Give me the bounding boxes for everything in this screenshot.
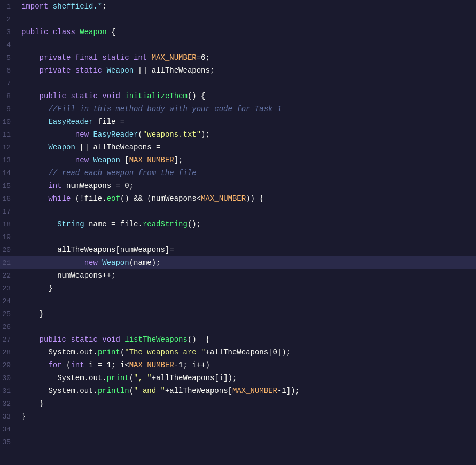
token-plain: [62, 182, 66, 190]
line-content: new Weapon [MAX_NUMBER];: [19, 154, 476, 167]
token-kw: int: [71, 361, 84, 369]
token-plain: () && (: [120, 194, 152, 203]
code-line: 5 private final static int MAX_NUMBER=6;: [0, 51, 476, 64]
token-plain: <: [197, 194, 201, 203]
line-number: 30: [0, 374, 19, 382]
line-number: 21: [0, 259, 19, 267]
token-method: readString: [143, 220, 188, 228]
token-method: listTheWeapons: [124, 335, 188, 344]
token-kw: new: [84, 258, 98, 267]
token-kw: while: [48, 194, 71, 203]
token-var: System: [57, 374, 84, 382]
token-var: i: [219, 374, 223, 382]
token-plain: [21, 271, 57, 280]
token-var: file: [98, 117, 116, 126]
token-type: Weapon: [107, 66, 134, 75]
token-kw: class: [53, 28, 75, 36]
line-content: private final static int MAX_NUMBER=6;: [19, 51, 476, 64]
code-line: 22 numWeapons++;: [0, 269, 476, 282]
token-type: EasyReader: [48, 117, 93, 126]
line-number: 3: [0, 28, 19, 36]
token-type: EasyReader: [93, 130, 138, 139]
token-type: Weapon: [93, 156, 120, 164]
line-content: int numWeapons = 0;: [19, 179, 476, 192]
token-kw: static: [71, 92, 97, 100]
line-content: //Fill in this method body with your cod…: [19, 103, 476, 115]
token-plain: ();: [188, 220, 201, 228]
code-line: 16 while (!file.eof() && (numWeapons<MAX…: [0, 192, 476, 205]
line-content: allTheWeapons[numWeapons]=: [19, 243, 476, 256]
code-editor: 1import sheffield.*;2 3public class Weap…: [0, 0, 476, 465]
code-line: 3public class Weapon {: [0, 26, 476, 38]
token-plain: [21, 374, 57, 382]
token-kw: void: [102, 335, 120, 344]
token-plain: [93, 117, 97, 126]
token-string: "The weapons are ": [124, 348, 205, 357]
token-var: numWeapons: [152, 194, 197, 203]
token-plain: [21, 246, 57, 254]
line-content: [19, 231, 476, 243]
token-plain: (: [129, 387, 134, 395]
token-plain: [21, 105, 48, 113]
code-line: 23 }: [0, 282, 476, 295]
line-number: 18: [0, 220, 19, 228]
token-plain: .: [75, 387, 80, 395]
token-plain: [21, 220, 57, 228]
token-plain: .: [93, 348, 97, 357]
code-line: 29 for (int i = 1; i<MAX_NUMBER-1; i++): [0, 359, 476, 372]
token-plain: .: [93, 387, 97, 395]
token-method: eof: [107, 194, 120, 203]
code-line: 27 public static void listTheWeapons() {: [0, 333, 476, 346]
code-line: 19: [0, 231, 476, 243]
line-number: 13: [0, 156, 19, 164]
line-number: 20: [0, 246, 19, 254]
token-var: allTheWeapons: [57, 246, 115, 254]
token-import-pkg: sheffield.*: [53, 2, 102, 11]
code-line: 34: [0, 423, 476, 436]
token-plain: ];: [174, 156, 183, 164]
token-type: String: [57, 220, 84, 228]
token-var: allTheWeapons: [156, 374, 214, 382]
line-number: 5: [0, 54, 19, 62]
token-plain: ;: [210, 66, 214, 75]
token-var: file: [120, 220, 138, 228]
line-number: 23: [0, 285, 19, 293]
token-plain: [71, 66, 75, 75]
token-method: print: [98, 348, 120, 357]
line-number: 15: [0, 182, 19, 190]
token-kw: import: [21, 2, 48, 11]
line-content: new EasyReader("weapons.txt");: [19, 128, 476, 141]
token-var: name: [134, 258, 152, 267]
code-line: 33}: [0, 410, 476, 423]
token-plain: [71, 53, 75, 62]
code-line: 35: [0, 436, 476, 448]
token-plain: []: [75, 143, 93, 152]
token-method: print: [107, 374, 129, 382]
token-kw: private: [40, 53, 71, 62]
line-content: while (!file.eof() && (numWeapons<MAX_NU…: [19, 192, 476, 205]
code-line: 15 int numWeapons = 0;: [0, 179, 476, 192]
line-number: 35: [0, 438, 19, 446]
line-content: [19, 320, 476, 333]
token-plain: -1;: [174, 361, 192, 369]
token-var: out: [80, 387, 93, 395]
token-plain: -1]);: [277, 387, 300, 395]
code-line: 24: [0, 295, 476, 308]
token-kw: public: [21, 28, 48, 36]
token-plain: [: [120, 156, 129, 164]
token-plain: .: [84, 374, 89, 382]
token-plain: ++;: [102, 271, 115, 280]
line-content: String name = file.readString();: [19, 218, 476, 231]
token-plain: = 0;: [111, 182, 134, 190]
token-plain: =: [115, 117, 124, 126]
line-content: }: [19, 308, 476, 320]
token-var: System: [48, 348, 75, 357]
line-content: System.out.println(" and "+allTheWeapons…: [19, 384, 476, 397]
line-number: 33: [0, 413, 19, 421]
line-number: 11: [0, 131, 19, 139]
token-plain: = 1;: [93, 361, 120, 369]
token-plain: [147, 53, 151, 62]
token-plain: .: [102, 194, 106, 203]
token-plain: =: [152, 143, 161, 152]
token-plain: =6;: [197, 53, 210, 62]
